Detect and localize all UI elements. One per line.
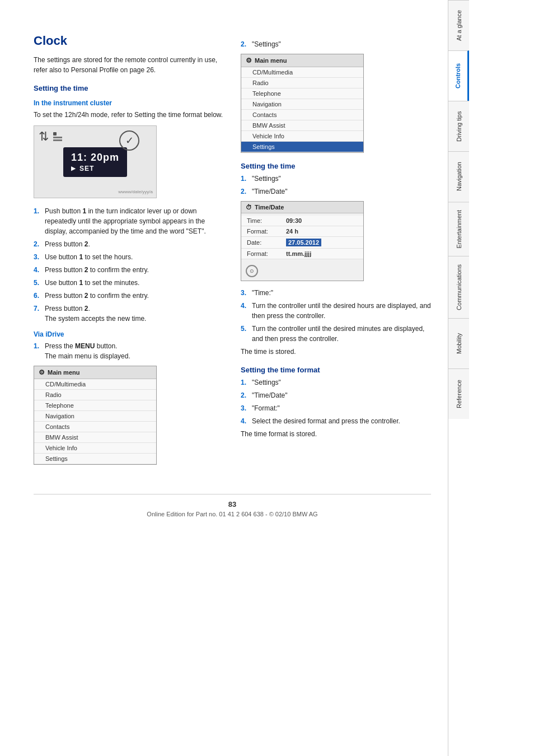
timedate-row-format2: Format: tt.mm.jjjj bbox=[241, 249, 363, 259]
cluster-display: 11: 20pm SET bbox=[63, 147, 127, 177]
menu-item-radio: Radio bbox=[34, 390, 156, 400]
menu2-item-navigation: Navigation bbox=[241, 99, 363, 110]
via-idrive-heading: Via iDrive bbox=[34, 330, 224, 338]
right-step-2: 2. "Settings" bbox=[241, 39, 431, 49]
cluster-steps-list: 1. Push button 1 in the turn indicator l… bbox=[34, 206, 224, 324]
timedate-row-time: Time: 09:30 bbox=[241, 216, 363, 226]
menu2-item-contacts: Contacts bbox=[241, 110, 363, 120]
timedate-value-format2: tt.mm.jjjj bbox=[286, 250, 311, 257]
indicator-bar2 bbox=[53, 139, 62, 141]
timedate-label-time: Time: bbox=[247, 217, 286, 224]
idrive-steps-list: 1. Press the MENU button.The main menu i… bbox=[34, 341, 224, 361]
timedate-value-format1: 24 h bbox=[286, 228, 298, 235]
sidebar-tabs: At a glance Controls Driving tips Naviga… bbox=[448, 0, 469, 756]
intro-text: The settings are stored for the remote c… bbox=[34, 55, 224, 75]
timedate-rows-container: Time: 09:30 Format: 24 h Date: 27.05.201… bbox=[241, 213, 363, 262]
setting-time-more-steps-list: 3. "Time:" 4. Turn the controller until … bbox=[241, 288, 431, 344]
cluster-step-3: 3. Use button 1 to set the hours. bbox=[34, 252, 224, 262]
menu-item-cd: CD/Multimedia bbox=[34, 379, 156, 390]
right-step2-text: "Settings" bbox=[252, 39, 281, 49]
timedate-title-bar: ⏱ Time/Date bbox=[241, 202, 363, 213]
menu-title-bar-1: ⚙ Main menu bbox=[34, 366, 156, 379]
time-step-5: 5. Turn the controller until the desired… bbox=[241, 324, 431, 344]
menu-item-vehicle-info: Vehicle Info bbox=[34, 443, 156, 454]
menu2-item-settings-highlighted: Settings bbox=[241, 142, 363, 152]
tab-at-a-glance[interactable]: At a glance bbox=[448, 0, 469, 50]
cluster-top-icons: ⇅ bbox=[39, 130, 62, 143]
timedate-row-date: Date: 27.05.2012 bbox=[241, 237, 363, 249]
setting-time-steps-list: 1. "Settings" 2. "Time/Date" bbox=[241, 174, 431, 197]
format-step-3: 3. "Format:" bbox=[241, 403, 431, 413]
right-step2-num: 2. bbox=[241, 39, 249, 49]
menu-item-telephone: Telephone bbox=[34, 400, 156, 411]
timedate-knob-row: ⊙ bbox=[241, 262, 363, 281]
menu2-item-cd: CD/Multimedia bbox=[241, 67, 363, 78]
timedate-label-format1: Format: bbox=[247, 228, 286, 235]
menu-item-contacts: Contacts bbox=[34, 422, 156, 432]
indicator-bar bbox=[53, 137, 62, 138]
tab-entertainment[interactable]: Entertainment bbox=[448, 202, 469, 256]
menu-item-navigation: Navigation bbox=[34, 411, 156, 422]
menu-item-bmw-assist: BMW Assist bbox=[34, 432, 156, 443]
footer-text: Online Edition for Part no. 01 41 2 604 … bbox=[34, 511, 431, 517]
menu-title-label-1: Main menu bbox=[48, 369, 79, 376]
indicator-dot bbox=[53, 132, 57, 136]
menu-title-icon-2: ⚙ bbox=[246, 57, 252, 64]
cluster-step-7: 7. Press button 2.The system accepts the… bbox=[34, 304, 224, 324]
time-step-4: 4. Turn the controller until the desired… bbox=[241, 301, 431, 321]
cluster-image-note: wwww/date/yyy/a bbox=[118, 189, 153, 194]
cluster-step-2: 2. Press button 2. bbox=[34, 239, 224, 249]
setting-time-step-1: 1. "Settings" bbox=[241, 174, 431, 184]
left-column: Clock The settings are stored for the re… bbox=[34, 34, 224, 472]
tab-reference[interactable]: Reference bbox=[448, 368, 469, 419]
page-footer: 83 Online Edition for Part no. 01 41 2 6… bbox=[34, 494, 431, 517]
tab-navigation[interactable]: Navigation bbox=[448, 151, 469, 202]
menu-title-bar-2: ⚙ Main menu bbox=[241, 54, 363, 67]
menu2-item-vehicle-info: Vehicle Info bbox=[241, 131, 363, 142]
timedate-title-label: Time/Date bbox=[255, 204, 284, 211]
timedate-label-format2: Format: bbox=[247, 250, 286, 257]
setting-time-heading: Setting the time bbox=[34, 84, 224, 92]
format-step-1: 1. "Settings" bbox=[241, 377, 431, 388]
cluster-step-5: 5. Use button 1 to set the minutes. bbox=[34, 278, 224, 288]
page-number: 83 bbox=[34, 500, 431, 508]
menu2-item-telephone: Telephone bbox=[241, 88, 363, 99]
instrument-cluster-image: ⇅ ✓ 11: 20pm SET wwww/date/yyy/a bbox=[34, 125, 157, 198]
setting-time-step-2: 2. "Time/Date" bbox=[241, 186, 431, 197]
instrument-cluster-heading: In the instrument cluster bbox=[34, 99, 224, 107]
controller-knob: ⊙ bbox=[246, 265, 258, 277]
cluster-step-6: 6. Press button 2 to confirm the entry. bbox=[34, 291, 224, 301]
menu-title-label-2: Main menu bbox=[255, 57, 287, 64]
timedate-row-format1: Format: 24 h bbox=[241, 226, 363, 237]
tab-mobility[interactable]: Mobility bbox=[448, 318, 469, 368]
cluster-time: 11: 20pm bbox=[71, 152, 119, 164]
checkmark-circle: ✓ bbox=[119, 130, 139, 151]
arrow-icon: ⇅ bbox=[39, 130, 49, 143]
time-stored-text: The time is stored. bbox=[241, 347, 431, 357]
section-title: Clock bbox=[34, 34, 224, 48]
timedate-value-time: 09:30 bbox=[286, 217, 302, 224]
menu-screenshot-1: ⚙ Main menu CD/Multimedia Radio Telephon… bbox=[34, 366, 157, 465]
tab-communications[interactable]: Communications bbox=[448, 256, 469, 318]
menu-title-icon-1: ⚙ bbox=[39, 368, 45, 376]
tab-controls[interactable]: Controls bbox=[448, 50, 469, 101]
timedate-screenshot: ⏱ Time/Date Time: 09:30 Format: 24 h Dat… bbox=[241, 201, 364, 281]
setting-time-heading-2: Setting the time bbox=[241, 162, 431, 170]
timedate-value-date: 27.05.2012 bbox=[286, 239, 321, 246]
cluster-step-4: 4. Press button 2 to confirm the entry. bbox=[34, 265, 224, 275]
menu-screenshot-2: ⚙ Main menu CD/Multimedia Radio Telephon… bbox=[241, 54, 364, 153]
timedate-label-date: Date: bbox=[247, 239, 286, 246]
menu-item-settings: Settings bbox=[34, 454, 156, 464]
menu2-item-bmw-assist: BMW Assist bbox=[241, 120, 363, 131]
time-format-stored-text: The time format is stored. bbox=[241, 429, 431, 439]
tab-driving-tips[interactable]: Driving tips bbox=[448, 101, 469, 151]
instrument-cluster-desc: To set the 12h/24h mode, refer to Settin… bbox=[34, 110, 224, 120]
right-step2-list: 2. "Settings" bbox=[241, 39, 431, 49]
time-format-steps-list: 1. "Settings" 2. "Time/Date" 3. "Format:… bbox=[241, 377, 431, 426]
timedate-icon: ⏱ bbox=[246, 204, 252, 211]
cluster-small-icons bbox=[53, 132, 62, 141]
cluster-step-1: 1. Push button 1 in the turn indicator l… bbox=[34, 206, 224, 236]
menu2-item-radio: Radio bbox=[241, 78, 363, 88]
setting-time-format-heading: Setting the time format bbox=[241, 366, 431, 374]
cluster-set: SET bbox=[71, 165, 119, 172]
